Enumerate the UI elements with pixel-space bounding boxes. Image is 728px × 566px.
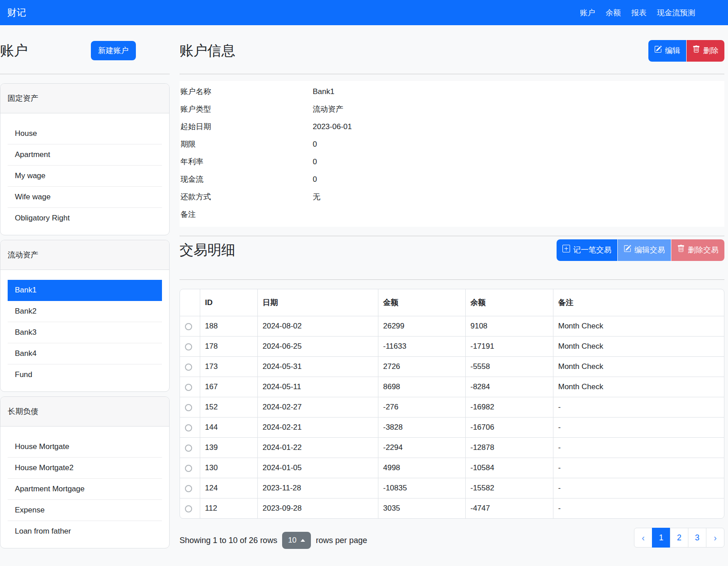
account-group-title: 流动资产 (0, 240, 169, 270)
accounts-sidebar: 账户 新建账户 固定资产HouseApartmentMy wageWife wa… (0, 40, 170, 553)
sidebar-item-my-wage[interactable]: My wage (8, 166, 162, 187)
row-select-radio[interactable] (185, 364, 192, 371)
edit-account-button[interactable]: 编辑 (648, 40, 686, 62)
cell-remark: - (553, 458, 724, 478)
cell-id: 188 (200, 316, 257, 337)
row-select-cell (180, 397, 200, 418)
app-brand[interactable]: 财记 (7, 6, 26, 19)
cell-remark: Month Check (553, 316, 724, 337)
table-row: 1732024-05-312726-5558Month Check (180, 357, 724, 377)
main-panel: 账户信息 编辑 删除 账户名称Bank1账户类型流动资产起始日期2023-06-… (180, 40, 724, 549)
field-value: 2023-06-01 (313, 122, 724, 131)
sidebar-item-expense[interactable]: Expense (8, 500, 162, 521)
row-select-cell (180, 337, 200, 357)
column-header-日期: 日期 (257, 289, 378, 316)
row-select-cell (180, 438, 200, 458)
row-select-radio[interactable] (185, 323, 192, 330)
section-divider (180, 74, 724, 74)
table-row: 1302024-01-054998-10584- (180, 458, 724, 478)
row-select-radio[interactable] (185, 505, 192, 512)
sidebar-item-fund[interactable]: Fund (8, 364, 162, 385)
sidebar-item-bank4[interactable]: Bank4 (8, 343, 162, 364)
nav-link-账户[interactable]: 账户 (580, 8, 595, 18)
account-action-buttons: 编辑 删除 (648, 40, 724, 62)
pagination-next[interactable]: › (706, 528, 724, 548)
cell-balance: -4747 (465, 499, 553, 519)
page-size-dropdown[interactable]: 10 (282, 532, 311, 549)
sidebar-item-bank2[interactable]: Bank2 (8, 301, 162, 322)
pencil-square-icon (654, 45, 662, 56)
cell-date: 2023-11-28 (257, 478, 378, 499)
sidebar-item-house-mortgate[interactable]: House Mortgate (8, 436, 162, 458)
pagination-page-1[interactable]: 1 (652, 528, 670, 548)
sidebar-item-obligatory-right[interactable]: Obligatory Right (8, 208, 162, 229)
field-value: 0 (313, 175, 724, 184)
pencil-square-icon (624, 245, 631, 256)
transactions-title: 交易明细 (180, 242, 235, 258)
sidebar-item-bank3[interactable]: Bank3 (8, 322, 162, 343)
edit-transaction-button[interactable]: 编辑交易 (618, 239, 671, 261)
field-label: 还款方式 (180, 192, 313, 202)
sidebar-title: 账户 (0, 43, 85, 59)
row-select-radio[interactable] (185, 384, 192, 391)
field-value: 流动资产 (313, 104, 724, 114)
row-select-radio[interactable] (185, 445, 192, 452)
account-group-title: 固定资产 (0, 84, 169, 113)
cell-remark: Month Check (553, 357, 724, 377)
sidebar-item-house[interactable]: House (8, 123, 162, 144)
row-select-radio[interactable] (185, 404, 192, 411)
pagination-info: Showing 1 to 10 of 26 rows 10 rows per p… (180, 532, 367, 549)
add-transaction-label: 记一笔交易 (573, 245, 611, 256)
sidebar-item-apartment[interactable]: Apartment (8, 144, 162, 166)
showing-rows-text: Showing 1 to 10 of 26 rows (180, 536, 277, 545)
field-label: 现金流 (180, 174, 313, 184)
cell-balance: -16982 (465, 397, 553, 418)
row-select-cell (180, 377, 200, 397)
nav-link-报表[interactable]: 报表 (631, 8, 647, 18)
account-group-title: 长期负债 (0, 397, 169, 427)
nav-link-余额[interactable]: 余额 (606, 8, 621, 18)
pagination-prev[interactable]: ‹ (634, 528, 652, 548)
account-info-list: 账户名称Bank1账户类型流动资产起始日期2023-06-01期限0年利率0现金… (180, 81, 724, 227)
sidebar-item-house-mortgate2[interactable]: House Mortgate2 (8, 458, 162, 479)
page-size-value: 10 (288, 536, 297, 545)
pagination-page-2[interactable]: 2 (670, 528, 688, 548)
table-row: 1522024-02-27-276-16982- (180, 397, 724, 418)
pagination-page-3[interactable]: 3 (688, 528, 706, 548)
delete-transaction-button[interactable]: 删除交易 (671, 239, 724, 261)
cell-remark: Month Check (553, 377, 724, 397)
row-select-radio[interactable] (185, 343, 192, 350)
row-select-cell (180, 499, 200, 519)
cell-amount: 4998 (378, 458, 465, 478)
row-select-radio[interactable] (185, 485, 192, 492)
account-info-row: 备注 (180, 206, 724, 223)
row-select-radio[interactable] (185, 465, 192, 472)
sidebar-item-apartment-mortgage[interactable]: Apartment Mortgage (8, 479, 162, 500)
nav-link-现金流预测[interactable]: 现金流预测 (657, 8, 695, 18)
account-list: House MortgateHouse Mortgate2Apartment M… (8, 436, 162, 542)
row-select-radio[interactable] (185, 424, 192, 431)
sidebar-item-loan-from-father[interactable]: Loan from father (8, 521, 162, 542)
new-account-button[interactable]: 新建账户 (91, 41, 136, 60)
table-row: 1782024-06-25-11633-17191Month Check (180, 337, 724, 357)
delete-account-button[interactable]: 删除 (687, 40, 724, 62)
sidebar-item-wife-wage[interactable]: Wife wage (8, 187, 162, 208)
sidebar-item-bank1[interactable]: Bank1 (8, 280, 162, 301)
section-divider (180, 279, 724, 280)
pagination: ‹123› (634, 528, 724, 548)
table-row: 1242023-11-28-10835-15582- (180, 478, 724, 499)
cell-id: 178 (200, 337, 257, 357)
cell-amount: 8698 (378, 377, 465, 397)
transaction-action-buttons: 记一笔交易 编辑交易 删除交易 (557, 239, 724, 261)
transactions-table-container: ID日期金额余额备注 1882024-08-02262999108Month C… (180, 289, 724, 519)
sidebar-divider (0, 74, 170, 74)
delete-transaction-label: 删除交易 (688, 245, 719, 256)
cell-date: 2024-02-27 (257, 397, 378, 418)
column-header-备注: 备注 (553, 289, 724, 316)
field-label: 备注 (180, 209, 313, 220)
cell-amount: 3035 (378, 499, 465, 519)
field-value: 0 (313, 157, 724, 166)
cell-amount: -3828 (378, 418, 465, 438)
add-transaction-button[interactable]: 记一笔交易 (557, 239, 617, 261)
field-label: 账户名称 (180, 86, 313, 97)
